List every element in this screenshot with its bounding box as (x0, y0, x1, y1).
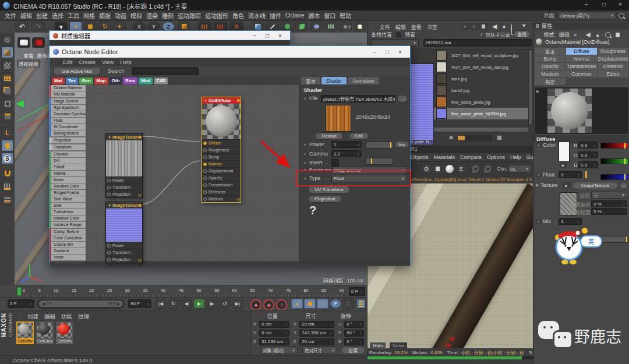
filter-input[interactable]: HDR011.hdr (423, 39, 532, 47)
texture-expand-icon[interactable]: ▶ (536, 183, 539, 188)
node-type-item[interactable]: Clamp Texture (50, 229, 86, 235)
key-position-icon[interactable]: + (291, 299, 303, 309)
viewer-tab-main[interactable]: Main (370, 342, 386, 349)
category-tab[interactable]: Gen (79, 77, 93, 84)
category-tab[interactable]: Ems (123, 77, 137, 84)
category-tab[interactable]: C4D (154, 77, 168, 84)
file-row[interactable]: bark2.jpg (434, 84, 528, 96)
lock-icon[interactable] (479, 23, 487, 30)
pin-icon[interactable]: ▲ (521, 23, 526, 29)
mograph-icon[interactable] (295, 22, 308, 31)
timeline-film-icon[interactable] (356, 299, 366, 309)
node-type-item[interactable]: Ridged Fractal (50, 190, 86, 196)
minimize-icon[interactable]: − (248, 33, 261, 39)
node-input-dot[interactable] (203, 190, 207, 194)
node-type-item[interactable]: Turbulence (50, 209, 86, 215)
play-reverse-icon[interactable]: ↻ (168, 299, 179, 309)
attributes-tab[interactable]: Normal (566, 55, 597, 62)
menu-item[interactable]: Octane (285, 12, 304, 19)
redo-icon[interactable]: ↷ (31, 22, 45, 31)
render-camera-icon[interactable] (32, 37, 45, 48)
lock-resolution-icon[interactable] (433, 164, 442, 174)
uv-transform-button[interactable]: UV Transform (308, 186, 350, 193)
attributes-tab[interactable]: Editor (598, 70, 628, 77)
image-texture-node-1[interactable]: ▼ImageTexture PowerTransformProjection (105, 133, 143, 198)
power-field[interactable]: 1.↕ (331, 141, 362, 148)
close-icon[interactable]: × (614, 1, 627, 8)
file-row[interactable]: fine_wood_plate_NORM.jpg (434, 108, 528, 119)
node-type-item[interactable]: Baking texture (50, 130, 86, 136)
node-input-row[interactable]: Displacement (202, 167, 241, 174)
node-input-row[interactable]: Transform (106, 249, 142, 256)
viewer-menu-item[interactable]: Materials (434, 154, 455, 160)
viewer-menu-item[interactable]: Objects (411, 154, 429, 160)
node-editor-titlebar[interactable]: Octane Node Editor − □ × (50, 46, 410, 58)
gamma-slider[interactable] (365, 158, 393, 165)
node-output-dot[interactable] (237, 99, 240, 102)
category-tab[interactable]: Mat (52, 77, 65, 84)
file-browse-button[interactable]: ... (397, 95, 408, 103)
menu-item[interactable]: 编辑 (20, 11, 32, 20)
params-tab-shader[interactable]: Shader (321, 77, 347, 84)
node-input-dot[interactable] (203, 162, 207, 166)
mix-field[interactable]: 1.↕ (559, 218, 582, 225)
interface-select[interactable]: Octane (用户)▼ (558, 12, 616, 19)
viewer-menu-item[interactable]: Help (510, 154, 521, 160)
power-slider[interactable] (365, 142, 393, 149)
node-input-row[interactable]: Roughness (202, 146, 241, 153)
node-type-item[interactable]: Octane Material (50, 85, 86, 91)
attributes-tab[interactable]: Opacity (535, 63, 566, 70)
attributes-tab[interactable]: Displacement (598, 55, 628, 62)
menu-item[interactable]: 创建 (36, 11, 48, 20)
node-type-item[interactable]: Falloff (50, 164, 86, 170)
menu-item[interactable]: 流水线 (248, 11, 266, 20)
node-input-dot[interactable] (203, 183, 207, 187)
menu-item[interactable]: 雕刻 (162, 11, 174, 20)
node-type-item[interactable]: Invert (50, 255, 86, 260)
menu-item[interactable]: 脚本 (308, 11, 320, 20)
attributes-object-row[interactable]: OctaneMaterial [OctDiffuse] (536, 38, 609, 45)
zoom-out-thumb-icon[interactable] (448, 135, 454, 141)
include-subdirs-checkbox[interactable]: ✓ 包括子目录 (479, 31, 510, 38)
magnet-icon[interactable] (1, 168, 13, 179)
key-parameter-icon[interactable]: P (330, 299, 341, 309)
deer-mascot-widget[interactable]: 英 (550, 225, 614, 266)
channel-b-field[interactable]: 0.9↕ (578, 161, 598, 168)
texture-mode-icon[interactable] (1, 59, 13, 71)
material-preview-icon[interactable] (17, 37, 30, 48)
attributes-tab[interactable]: Medium (535, 70, 566, 77)
node-type-item[interactable]: Marble (50, 171, 86, 176)
node-input-row[interactable]: Diffuse (202, 139, 241, 146)
frame-end-field[interactable]: 90 F↕ (128, 299, 151, 308)
channel-g-field[interactable]: 0.9↕ (578, 151, 598, 158)
node-type-item[interactable]: Random Color (50, 183, 86, 189)
node-editor-menu-item[interactable]: Create (79, 59, 96, 65)
node-input-row[interactable]: Opacity (202, 174, 241, 181)
node-type-item[interactable]: Instance Range (50, 222, 86, 228)
node-editor-menu-item[interactable]: View (102, 59, 114, 65)
file-row[interactable]: fine_wood_plate.jpg (434, 96, 528, 108)
file-row[interactable]: AI27_004_refl_wood_sculpture.jpg (434, 50, 528, 61)
gamma-field[interactable]: 2.2↕ (331, 150, 362, 157)
viewport-menu-item[interactable]: 查看 (23, 52, 33, 59)
get-active-mat-button[interactable]: Get Active Mat (53, 67, 101, 75)
node-type-item[interactable]: Gaussian Spectrum (50, 111, 86, 117)
node-type-item[interactable]: Transform (50, 144, 86, 150)
menu-item[interactable]: 文件 (5, 11, 16, 20)
material-swatch[interactable]: OctDiffu (16, 321, 34, 344)
search-button[interactable]: 查找 (513, 30, 531, 38)
params-tab-basic[interactable]: 基本 (301, 77, 320, 84)
close-icon[interactable]: × (274, 33, 287, 39)
node-type-item[interactable]: Cosine Mix (50, 242, 86, 248)
node-resize-grip[interactable] (138, 193, 142, 197)
float-slider-marker[interactable] (585, 171, 587, 178)
viewer-menu-item[interactable]: Compare (460, 154, 482, 160)
node-type-item[interactable]: Side (50, 203, 86, 208)
home-icon[interactable]: ⌂ (470, 23, 478, 30)
timeline-playhead[interactable] (17, 287, 22, 296)
node-editor-menu-item[interactable]: Edit (63, 59, 72, 65)
prev-frame-icon[interactable]: ◀ (181, 299, 192, 309)
viewer-menu-item[interactable]: Options (487, 154, 505, 160)
edit-path-icon[interactable]: ▪ (461, 23, 469, 30)
node-input-row[interactable]: Emission (202, 188, 241, 195)
